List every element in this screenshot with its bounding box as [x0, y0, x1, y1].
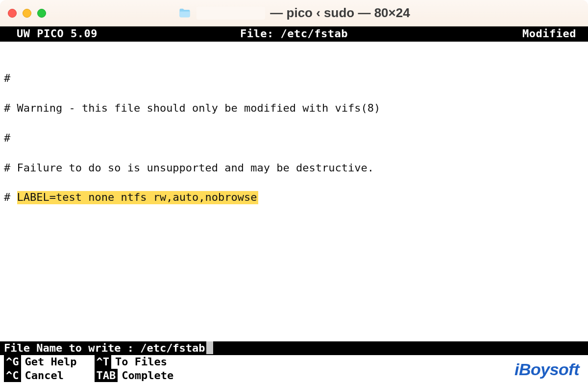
window-title-text: — pico ‹ sudo — 80×24 — [270, 5, 410, 21]
key-get-help-label: Get Help — [21, 355, 95, 369]
minimize-icon[interactable] — [23, 9, 31, 18]
cursor-icon — [206, 341, 213, 354]
key-to-files[interactable]: ^T — [95, 355, 112, 369]
pico-modified-flag: Modified — [522, 27, 576, 40]
file-line: # — [4, 131, 584, 145]
key-cancel-label: Cancel — [21, 369, 95, 383]
watermark-text: Boysoft — [519, 360, 579, 379]
watermark-logo: iBoysoft — [514, 360, 579, 379]
pico-file-label: File: /etc/fstab — [0, 27, 588, 40]
editor-viewport[interactable]: # # Warning - this file should only be m… — [0, 42, 588, 220]
file-line: # LABEL=test none ntfs rw,auto,nobrowse — [4, 190, 584, 205]
window-title: — pico ‹ sudo — 80×24 — [178, 5, 410, 21]
pico-footer: File Name to write : /etc/fstab ^G Get H… — [0, 341, 588, 384]
key-complete[interactable]: TAB — [95, 369, 118, 383]
help-keys: ^G Get Help ^T To Files ^C Cancel TAB Co… — [0, 355, 588, 384]
traffic-lights — [8, 9, 46, 18]
redacted-path — [196, 7, 265, 20]
write-prompt-label: File Name to write : /etc/fstab — [4, 342, 205, 354]
key-complete-label: Complete — [118, 369, 191, 383]
file-line: # Warning - this file should only be mod… — [4, 101, 584, 116]
key-to-files-label: To Files — [111, 355, 185, 369]
zoom-icon[interactable] — [37, 9, 46, 18]
key-get-help[interactable]: ^G — [4, 355, 21, 369]
file-line: # — [4, 71, 584, 86]
close-icon[interactable] — [8, 9, 17, 18]
window-titlebar: — pico ‹ sudo — 80×24 — [0, 0, 588, 26]
write-prompt[interactable]: File Name to write : /etc/fstab — [0, 341, 588, 355]
folder-icon — [178, 6, 192, 20]
file-line-prefix: # — [4, 191, 17, 203]
file-line: # Failure to do so is unsupported and ma… — [4, 161, 584, 175]
key-cancel[interactable]: ^C — [4, 369, 21, 383]
pico-status-bar: UW PICO 5.09 File: /etc/fstab Modified — [0, 26, 588, 42]
highlighted-entry: LABEL=test none ntfs rw,auto,nobrowse — [17, 191, 258, 204]
